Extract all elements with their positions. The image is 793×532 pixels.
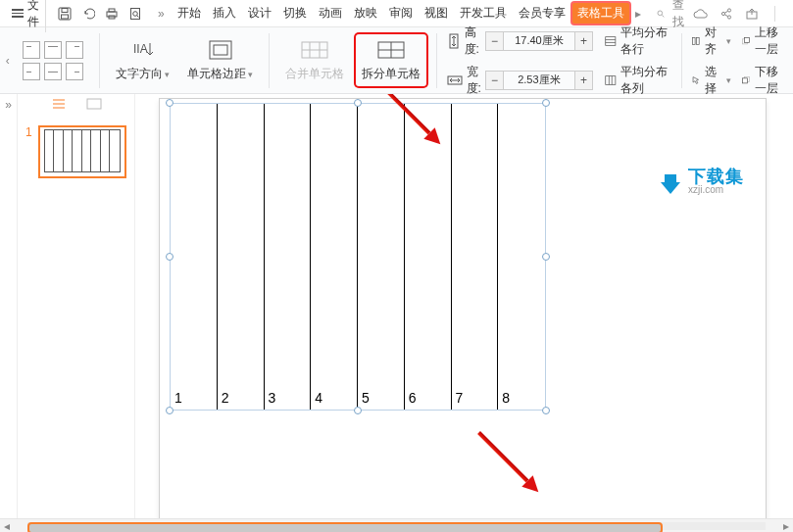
svg-rect-38 [745, 37, 750, 42]
collapse-ribbon[interactable]: ‹ [4, 31, 11, 90]
resize-handle[interactable] [354, 407, 362, 414]
resize-handle[interactable] [542, 99, 550, 107]
height-label: 高度: [465, 24, 481, 58]
horizontal-scrollbar[interactable]: ◂ ▸ [0, 518, 793, 532]
search-icon [657, 8, 665, 20]
svg-rect-19 [214, 45, 227, 55]
table-cell[interactable]: 5 [358, 104, 405, 410]
tab-start[interactable]: 开始 [173, 3, 206, 24]
tab-animation[interactable]: 动画 [314, 3, 347, 24]
merge-cells-button[interactable]: 合并单元格 [279, 34, 350, 86]
top-right-icons [692, 6, 789, 22]
tab-insert[interactable]: 插入 [208, 3, 241, 24]
table-cell[interactable]: 7 [452, 104, 499, 410]
svg-rect-36 [697, 37, 700, 44]
scroll-track[interactable] [27, 522, 766, 530]
tab-member[interactable]: 会员专享 [514, 3, 570, 24]
height-value[interactable]: 17.40厘米 [504, 33, 574, 48]
align-top-center[interactable] [44, 41, 62, 59]
watermark-cn: 下载集 [688, 168, 744, 185]
resize-handle[interactable] [166, 407, 173, 414]
align-top-left[interactable] [23, 41, 40, 59]
ribbon: ‹ IIA 文字方向▾ 单元格边距▾ 合并单元格 [0, 27, 793, 94]
slide-thumbnail[interactable]: 1 [25, 125, 126, 178]
width-plus[interactable]: + [574, 72, 592, 89]
tab-view[interactable]: 视图 [420, 3, 453, 24]
distribute-cols-button[interactable]: 平均分布各列 [605, 64, 671, 97]
tab-review[interactable]: 审阅 [384, 3, 418, 24]
undo-icon[interactable] [81, 7, 95, 21]
cell-margins-button[interactable]: 单元格边距▾ [181, 34, 259, 86]
height-plus[interactable]: + [574, 32, 592, 50]
width-value[interactable]: 2.53厘米 [504, 73, 574, 87]
tab-developer[interactable]: 开发工具 [455, 3, 512, 24]
select-menu[interactable]: 选择▾ [691, 64, 731, 97]
canvas[interactable]: 1 2 3 4 5 6 7 8 [135, 94, 793, 518]
width-minus[interactable]: − [486, 72, 504, 89]
scroll-right[interactable]: ▸ [779, 519, 793, 533]
slide-number: 1 [25, 125, 32, 178]
svg-point-9 [658, 11, 663, 16]
sep [681, 33, 682, 88]
search-placeholder: 查找 [672, 0, 688, 30]
send-backward-button[interactable]: 下移一层 [741, 64, 789, 97]
group-alignment [17, 41, 89, 80]
group-size: 高度: − 17.40厘米 + 宽度: − 2.53厘米 + [447, 24, 593, 97]
table-cell[interactable]: 3 [265, 104, 312, 410]
print-icon[interactable] [105, 7, 119, 21]
distribute-rows-icon [605, 34, 617, 48]
svg-line-14 [724, 11, 727, 13]
table-cell[interactable]: 6 [405, 104, 452, 410]
group-distribute: 平均分布各行 平均分布各列 [605, 24, 671, 97]
tabs-overflow[interactable]: ▸ [631, 7, 645, 21]
table-cell[interactable]: 1 [171, 104, 218, 410]
resize-handle[interactable] [542, 253, 550, 261]
cloud-icon[interactable] [692, 7, 708, 21]
ribbon-tabs: 开始 插入 设计 切换 动画 放映 审阅 视图 开发工具 会员专享 表格工具 ▸ [173, 3, 645, 24]
distribute-rows-button[interactable]: 平均分布各行 [605, 24, 671, 58]
share-icon[interactable] [719, 7, 733, 21]
tab-transition[interactable]: 切换 [278, 3, 312, 24]
qat-overflow[interactable]: » [154, 7, 169, 21]
svg-rect-4 [109, 9, 115, 12]
file-menu[interactable]: 文件 [6, 0, 46, 32]
align-top-right[interactable] [66, 41, 83, 59]
scroll-left[interactable]: ◂ [0, 519, 14, 533]
resize-handle[interactable] [354, 99, 362, 107]
panel-tab-thumbs[interactable] [50, 98, 68, 112]
width-icon [447, 73, 463, 87]
text-direction-button[interactable]: IIA 文字方向▾ [110, 34, 175, 86]
tab-design[interactable]: 设计 [243, 3, 276, 24]
height-spinner: − 17.40厘米 + [485, 31, 593, 51]
table-shape[interactable]: 1 2 3 4 5 6 7 8 [170, 103, 546, 411]
left-rail-toggle[interactable]: » [0, 94, 18, 518]
align-middle-left[interactable] [23, 63, 40, 80]
align-middle-right[interactable] [66, 63, 83, 80]
resize-handle[interactable] [166, 253, 173, 261]
height-icon [447, 33, 461, 49]
align-middle-center[interactable] [44, 63, 62, 80]
export-icon[interactable] [745, 7, 759, 21]
save-icon[interactable] [58, 7, 72, 21]
bring-forward-button[interactable]: 上移一层 [741, 24, 789, 58]
watermark: 下载集 xzji.com [659, 168, 744, 195]
split-cells-button[interactable]: 拆分单元格 [356, 34, 426, 86]
panel-tab-outline[interactable] [85, 98, 103, 112]
table-cell[interactable]: 2 [218, 104, 265, 410]
table-cell[interactable]: 4 [311, 104, 358, 410]
tab-table-tools[interactable]: 表格工具 [572, 3, 629, 24]
svg-rect-35 [693, 37, 696, 44]
resize-handle[interactable] [166, 99, 173, 107]
resize-handle[interactable] [542, 407, 550, 414]
align-menu[interactable]: 对齐▾ [691, 24, 731, 58]
svg-rect-18 [210, 41, 231, 59]
scroll-thumb[interactable] [27, 522, 663, 533]
tab-slideshow[interactable]: 放映 [349, 3, 382, 24]
download-arrow-icon [661, 182, 680, 194]
distribute-cols-icon [605, 73, 617, 87]
height-minus[interactable]: − [486, 32, 504, 50]
slide[interactable]: 1 2 3 4 5 6 7 8 [159, 98, 767, 518]
print-preview-icon[interactable] [128, 7, 142, 21]
table-cell[interactable]: 8 [498, 104, 545, 410]
svg-line-8 [137, 15, 139, 17]
